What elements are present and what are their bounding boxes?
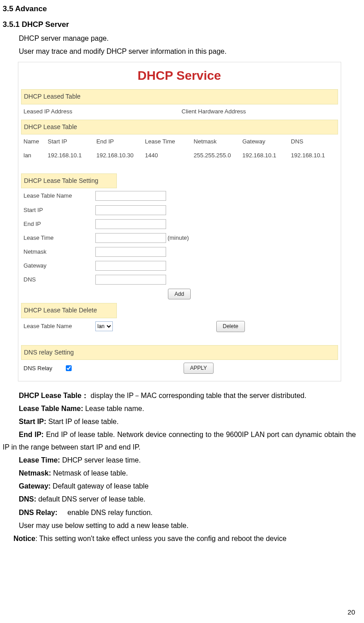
col-start-ip: Start IP xyxy=(48,137,92,147)
label-lease-time: Lease Time xyxy=(24,233,91,243)
row-end-ip: End IP xyxy=(21,218,338,230)
desc-1-prefix: DHCP Lease Table： xyxy=(19,392,89,399)
row-dns-relay: DNS Relay APPLY xyxy=(21,361,338,375)
section-dns-relay: DNS relay Setting xyxy=(21,345,338,360)
notice-prefix: Notice xyxy=(13,535,35,542)
col-end-ip: End IP xyxy=(96,137,141,147)
leased-col-1: Leased IP Address xyxy=(24,107,177,117)
label-start-ip: Start IP xyxy=(24,205,91,215)
desc-7-prefix: Gateway: xyxy=(19,482,51,490)
desc-7-body: Default gateway of lease table xyxy=(51,482,149,490)
section-lease-delete: DHCP Lease Table Delete xyxy=(21,303,117,318)
desc-2-body: Lease table name. xyxy=(83,405,144,412)
lease-table-header-row: Name Start IP End IP Lease Time Netmask … xyxy=(21,135,338,148)
col-dns: DNS xyxy=(291,137,335,147)
desc-end-ip: End IP: End IP of lease table. Network d… xyxy=(3,428,356,453)
intro-line-2: User may trace and modify DHCP server in… xyxy=(19,45,356,57)
row-lease-time: Lease Time (minute) xyxy=(21,232,338,244)
input-lease-time[interactable] xyxy=(95,233,166,243)
cell-gateway: 192.168.10.1 xyxy=(242,151,287,160)
section-lease-setting: DHCP Lease Table Setting xyxy=(21,173,117,189)
row-gateway: Gateway xyxy=(21,260,338,272)
label-end-ip: End IP xyxy=(24,219,91,229)
delete-button[interactable]: Delete xyxy=(216,321,245,332)
label-dns-relay: DNS Relay xyxy=(24,363,64,373)
label-gateway: Gateway xyxy=(24,261,91,271)
desc-4-body: End IP of lease table. Network device co… xyxy=(3,431,356,450)
section-leased-table: DHCP Leased Table xyxy=(21,89,338,104)
input-netmask[interactable] xyxy=(95,247,166,257)
spacer xyxy=(18,163,341,172)
desc-2-prefix: Lease Table Name: xyxy=(19,405,83,412)
col-netmask: Netmask xyxy=(194,137,238,147)
desc-1-body: display the IP－MAC corresponding table t… xyxy=(89,392,306,399)
input-start-ip[interactable] xyxy=(95,205,166,215)
heading-3-5: 3.5 Advance xyxy=(3,3,356,16)
desc-5-prefix: Lease Time: xyxy=(19,456,60,464)
desc-3-body: Start IP of lease table. xyxy=(46,418,119,425)
desc-6-body: Netmask of lease table. xyxy=(51,469,128,477)
col-name: Name xyxy=(24,137,43,147)
row-lease-table-name: Lease Table Name xyxy=(21,190,338,202)
figure-title: DHCP Service xyxy=(18,62,341,87)
intro-line-1: DHCP server manage page. xyxy=(19,32,356,44)
col-lease-time: Lease Time xyxy=(145,137,189,147)
cell-dns: 192.168.10.1 xyxy=(291,151,335,160)
desc-6-prefix: Netmask: xyxy=(19,469,51,477)
lease-table-data-row: lan 192.168.10.1 192.168.10.30 1440 255.… xyxy=(21,149,338,162)
document-page: 3.5 Advance 3.5.1 DHCP Server DHCP serve… xyxy=(0,0,364,623)
desc-notice: Notice: This setting won't take effect u… xyxy=(3,532,356,545)
row-dns: DNS xyxy=(21,273,338,286)
row-add-button: Add xyxy=(18,289,341,299)
suffix-minute: (minute) xyxy=(167,234,189,241)
leased-col-2: Client Hardware Address xyxy=(182,107,335,117)
desc-gateway: Gateway: Default gateway of lease table xyxy=(3,480,356,492)
cell-start-ip: 192.168.10.1 xyxy=(48,151,92,160)
label-lease-table-name: Lease Table Name xyxy=(24,191,91,201)
desc-dns-relay: DNS Relay: enable DNS relay function. xyxy=(3,506,356,519)
section-lease-table: DHCP Lease Table xyxy=(21,120,338,135)
row-start-ip: Start IP xyxy=(21,204,338,216)
cell-lease-time: 1440 xyxy=(145,151,189,160)
cell-netmask: 255.255.255.0 xyxy=(194,151,238,160)
label-lease-delete: Lease Table Name xyxy=(24,321,91,331)
cell-name: lan xyxy=(24,151,43,160)
col-gateway: Gateway xyxy=(242,137,287,147)
desc-dns: DNS: default DNS server of lease table. xyxy=(3,493,356,505)
notice-body: : This setting won't take effect unless … xyxy=(35,535,287,542)
input-lease-table-name[interactable] xyxy=(95,191,166,201)
desc-9-body: enable DNS relay function. xyxy=(57,509,153,516)
cell-end-ip: 192.168.10.30 xyxy=(96,151,141,160)
heading-3-5-1: 3.5.1 DHCP Server xyxy=(3,18,356,31)
input-gateway[interactable] xyxy=(95,261,166,271)
desc-3-prefix: Start IP: xyxy=(19,418,46,425)
label-dns: DNS xyxy=(24,275,91,285)
apply-button[interactable]: APPLY xyxy=(184,363,214,373)
figure-dhcp-service: DHCP Service DHCP Leased Table Leased IP… xyxy=(18,62,341,381)
desc-4-prefix: End IP: xyxy=(19,431,44,438)
desc-start-ip: Start IP: Start IP of lease table. xyxy=(3,415,356,428)
desc-add-lease: User may use below setting to add a new … xyxy=(3,519,356,532)
checkbox-dns-relay[interactable] xyxy=(66,365,72,371)
spacer-2 xyxy=(18,334,341,343)
desc-dhcp-lease-table: DHCP Lease Table： display the IP－MAC cor… xyxy=(3,389,356,402)
desc-8-prefix: DNS: xyxy=(19,495,36,503)
label-netmask: Netmask xyxy=(24,247,91,257)
desc-8-body: default DNS server of lease table. xyxy=(36,495,146,503)
select-lease-name[interactable]: lan xyxy=(95,321,113,331)
add-button[interactable]: Add xyxy=(168,289,191,299)
input-end-ip[interactable] xyxy=(95,219,166,229)
desc-9-prefix: DNS Relay: xyxy=(19,509,57,516)
desc-5-body: DHCP server lease time. xyxy=(60,456,141,464)
desc-lease-time: Lease Time: DHCP server lease time. xyxy=(3,454,356,466)
row-lease-delete: Lease Table Name lan Delete xyxy=(21,320,338,333)
desc-lease-table-name: Lease Table Name: Lease table name. xyxy=(3,402,356,415)
input-dns[interactable] xyxy=(95,275,166,285)
page-number: 20 xyxy=(347,606,355,618)
leased-table-header-row: Leased IP Address Client Hardware Addres… xyxy=(21,105,338,118)
desc-netmask: Netmask: Netmask of lease table. xyxy=(3,467,356,479)
row-netmask: Netmask xyxy=(21,246,338,258)
